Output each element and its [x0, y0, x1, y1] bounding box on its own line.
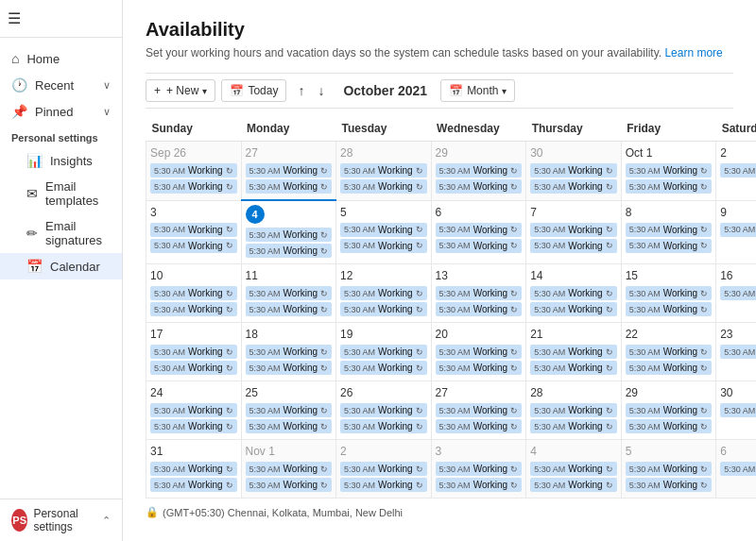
- event-bar[interactable]: 5:30 AMWorking↻: [530, 419, 617, 433]
- learn-more-link[interactable]: Learn more: [664, 46, 722, 59]
- event-bar[interactable]: 5:30 AMWorking↻: [246, 179, 333, 194]
- event-bar[interactable]: 5:30 AMWorking↻: [436, 302, 523, 316]
- calendar-cell[interactable]: 105:30 AMWorking↻5:30 AMWorking↻: [146, 264, 242, 323]
- calendar-cell[interactable]: 265:30 AMWorking↻5:30 AMWorking↻: [336, 381, 432, 440]
- calendar-cell[interactable]: 305:30 AMWorking↻: [716, 381, 756, 440]
- sidebar-item-insights[interactable]: 📊 Insights: [0, 147, 122, 174]
- hamburger-icon[interactable]: ☰: [8, 10, 21, 26]
- event-bar[interactable]: 5:30 AMWorking↻: [246, 302, 333, 316]
- calendar-cell[interactable]: 75:30 AMWorking↻5:30 AMWorking↻: [526, 200, 622, 264]
- event-bar[interactable]: 5:30 AMWorking↻: [150, 462, 237, 476]
- calendar-cell[interactable]: 125:30 AMWorking↻5:30 AMWorking↻: [336, 264, 432, 323]
- sidebar-item-pinned[interactable]: 📌 Pinned ∨: [0, 98, 122, 125]
- event-bar[interactable]: 5:30 AMWorking↻: [340, 361, 427, 375]
- calendar-cell[interactable]: 235:30 AMWorking↻: [716, 323, 756, 381]
- event-bar[interactable]: 5:30 AMWorking↻: [720, 345, 756, 359]
- event-bar[interactable]: 5:30 AMWorking↻: [436, 286, 523, 300]
- sidebar-item-home[interactable]: ⌂ Home: [0, 45, 122, 72]
- calendar-cell[interactable]: 145:30 AMWorking↻5:30 AMWorking↻: [526, 264, 622, 323]
- event-bar[interactable]: 5:30 AMWorking↻: [150, 239, 237, 253]
- event-bar[interactable]: 5:30 AMWorking↻: [530, 403, 617, 417]
- event-bar[interactable]: 5:30 AMWorking↻: [150, 302, 237, 316]
- event-bar[interactable]: 5:30 AMWorking↻: [436, 361, 523, 375]
- calendar-cell[interactable]: Nov 15:30 AMWorking↻5:30 AMWorking↻: [241, 440, 336, 499]
- event-bar[interactable]: 5:30 AMWorking↻: [530, 223, 617, 237]
- event-bar[interactable]: 5:30 AMWorking↻: [626, 345, 713, 359]
- event-bar[interactable]: 5:30 AMWorking↻: [246, 228, 333, 242]
- event-bar[interactable]: 5:30 AMWorking↻: [340, 223, 427, 237]
- event-bar[interactable]: 5:30 AMWorking↻: [246, 419, 333, 433]
- calendar-cell[interactable]: 305:30 AMWorking↻5:30 AMWorking↻: [526, 142, 622, 201]
- event-bar[interactable]: 5:30 AMWorking↻: [436, 163, 523, 178]
- event-bar[interactable]: 5:30 AMWorking↻: [246, 361, 333, 375]
- calendar-cell[interactable]: 285:30 AMWorking↻5:30 AMWorking↻: [526, 381, 622, 440]
- event-bar[interactable]: 5:30 AMWorking↻: [340, 345, 427, 359]
- calendar-cell[interactable]: 55:30 AMWorking↻5:30 AMWorking↻: [336, 200, 432, 264]
- calendar-cell[interactable]: 205:30 AMWorking↻5:30 AMWorking↻: [431, 323, 526, 381]
- event-bar[interactable]: 5:30 AMWorking↻: [530, 345, 617, 359]
- prev-month-button[interactable]: ↑: [292, 79, 310, 102]
- event-bar[interactable]: 5:30 AMWorking↻: [150, 361, 237, 375]
- event-bar[interactable]: 5:30 AMWorking↻: [436, 478, 523, 492]
- event-bar[interactable]: 5:30 AMWorking↻: [436, 462, 523, 476]
- calendar-cell[interactable]: 245:30 AMWorking↻5:30 AMWorking↻: [146, 381, 242, 440]
- calendar-cell[interactable]: 35:30 AMWorking↻5:30 AMWorking↻: [431, 440, 526, 499]
- event-bar[interactable]: 5:30 AMWorking↻: [530, 239, 617, 253]
- event-bar[interactable]: 5:30 AMWorking↻: [246, 163, 333, 178]
- event-bar[interactable]: 5:30 AMWorking↻: [246, 462, 333, 476]
- calendar-cell[interactable]: 45:30 AMWorking↻5:30 AMWorking↻: [241, 200, 336, 264]
- event-bar[interactable]: 5:30 AMWorking↻: [246, 345, 333, 359]
- next-month-button[interactable]: ↓: [312, 79, 330, 102]
- calendar-cell[interactable]: 95:30 AMWorking↻: [716, 200, 756, 264]
- event-bar[interactable]: 5:30 AMWorking↻: [626, 478, 713, 492]
- event-bar[interactable]: 5:30 AMWorking↻: [340, 302, 427, 316]
- calendar-cell[interactable]: 295:30 AMWorking↻5:30 AMWorking↻: [621, 381, 716, 440]
- event-bar[interactable]: 5:30 AMWorking↻: [436, 419, 523, 433]
- event-bar[interactable]: 5:30 AMWorking↻: [530, 478, 617, 492]
- event-bar[interactable]: 5:30 AMWorking↻: [340, 403, 427, 417]
- calendar-cell[interactable]: 85:30 AMWorking↻5:30 AMWorking↻: [621, 200, 716, 264]
- event-bar[interactable]: 5:30 AMWorking↻: [150, 419, 237, 433]
- event-bar[interactable]: 5:30 AMWorking↻: [340, 179, 427, 194]
- calendar-cell[interactable]: 65:30 AMWorking↻: [716, 440, 756, 499]
- month-view-button[interactable]: 📅 Month ▾: [440, 79, 515, 102]
- calendar-cell[interactable]: 275:30 AMWorking↻5:30 AMWorking↻: [241, 142, 336, 201]
- event-bar[interactable]: 5:30 AMWorking↻: [626, 302, 713, 316]
- calendar-cell[interactable]: 35:30 AMWorking↻5:30 AMWorking↻: [146, 200, 242, 264]
- event-bar[interactable]: 5:30 AMWorking↻: [150, 345, 237, 359]
- calendar-cell[interactable]: 185:30 AMWorking↻5:30 AMWorking↻: [241, 323, 336, 381]
- calendar-cell[interactable]: 315:30 AMWorking↻5:30 AMWorking↻: [146, 440, 242, 499]
- event-bar[interactable]: 5:30 AMWorking↻: [246, 244, 333, 258]
- calendar-cell[interactable]: 215:30 AMWorking↻5:30 AMWorking↻: [526, 323, 622, 381]
- event-bar[interactable]: 5:30 AMWorking↻: [530, 361, 617, 375]
- event-bar[interactable]: 5:30 AMWorking↻: [436, 403, 523, 417]
- calendar-cell[interactable]: 165:30 AMWorking↻: [716, 264, 756, 323]
- event-bar[interactable]: 5:30 AMWorking↻: [626, 286, 713, 300]
- calendar-cell[interactable]: 175:30 AMWorking↻5:30 AMWorking↻: [146, 323, 242, 381]
- calendar-cell[interactable]: 135:30 AMWorking↻5:30 AMWorking↻: [431, 264, 526, 323]
- calendar-cell[interactable]: 25:30 AMWorking↻5:30 AMWorking↻: [336, 440, 432, 499]
- calendar-cell[interactable]: 155:30 AMWorking↻5:30 AMWorking↻: [621, 264, 716, 323]
- event-bar[interactable]: 5:30 AMWorking↻: [340, 286, 427, 300]
- event-bar[interactable]: 5:30 AMWorking↻: [720, 223, 756, 237]
- event-bar[interactable]: 5:30 AMWorking↻: [436, 223, 523, 237]
- event-bar[interactable]: 5:30 AMWorking↻: [530, 286, 617, 300]
- calendar-cell[interactable]: 275:30 AMWorking↻5:30 AMWorking↻: [431, 381, 526, 440]
- sidebar-item-email-templates[interactable]: ✉ Email templates: [0, 174, 122, 213]
- event-bar[interactable]: 5:30 AMWorking↻: [150, 478, 237, 492]
- event-bar[interactable]: 5:30 AMWorking↻: [246, 286, 333, 300]
- calendar-cell[interactable]: 295:30 AMWorking↻5:30 AMWorking↻: [431, 142, 526, 201]
- calendar-cell[interactable]: Sep 265:30 AMWorking↻5:30 AMWorking↻: [146, 142, 242, 201]
- event-bar[interactable]: 5:30 AMWorking↻: [626, 163, 713, 178]
- new-button[interactable]: + + New ▾: [146, 79, 215, 102]
- event-bar[interactable]: 5:30 AMWorking↻: [340, 478, 427, 492]
- event-bar[interactable]: 5:30 AMWorking↻: [626, 361, 713, 375]
- calendar-cell[interactable]: 225:30 AMWorking↻5:30 AMWorking↻: [621, 323, 716, 381]
- today-button[interactable]: 📅 Today: [221, 79, 286, 102]
- event-bar[interactable]: 5:30 AMWorking↻: [720, 286, 756, 300]
- calendar-cell[interactable]: 55:30 AMWorking↻5:30 AMWorking↻: [621, 440, 716, 499]
- event-bar[interactable]: 5:30 AMWorking↻: [530, 302, 617, 316]
- calendar-cell[interactable]: 65:30 AMWorking↻5:30 AMWorking↻: [431, 200, 526, 264]
- sidebar-item-calendar[interactable]: 📅 Calendar: [0, 253, 122, 279]
- calendar-cell[interactable]: 255:30 AMWorking↻5:30 AMWorking↻: [241, 381, 336, 440]
